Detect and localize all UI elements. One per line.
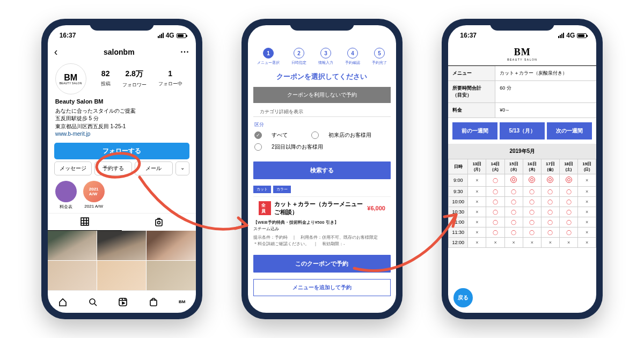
step-5: 5予約完了: [372, 48, 387, 65]
search-button[interactable]: 検索する: [253, 161, 391, 179]
post-thumb[interactable]: [48, 231, 97, 260]
follow-button[interactable]: フォローする: [54, 143, 189, 159]
bio: Beauty Salon BM あなたに合ったスタイルのご提案 五反田駅徒歩 5…: [48, 97, 196, 139]
stat-posts[interactable]: 82投稿: [101, 69, 111, 89]
slot-available[interactable]: ◯: [486, 187, 504, 197]
skip-coupon-button[interactable]: クーポンを利用しないで予約: [253, 87, 391, 103]
profile-nav-icon[interactable]: BM: [179, 299, 185, 304]
slot-available[interactable]: ◯: [523, 227, 541, 238]
status-time: 16:37: [60, 32, 76, 39]
post-thumb[interactable]: [147, 231, 195, 260]
phone-coupon: 1メニュー選択2日時指定3情報入力4予約確認5予約完了 クーポンを選択してくださ…: [241, 19, 402, 319]
tab-grid[interactable]: [48, 214, 122, 231]
more-icon[interactable]: ···: [180, 47, 189, 57]
stat-followers[interactable]: 2.8万フォロワー: [122, 69, 147, 89]
slot-available[interactable]: ◯: [523, 197, 541, 207]
slot-unavailable: ×: [468, 174, 486, 187]
slot-available[interactable]: ◯: [504, 207, 523, 217]
slot-available[interactable]: ◯: [560, 207, 578, 217]
section-label: 区分: [248, 120, 396, 129]
slot-available[interactable]: [504, 174, 523, 187]
availability-table: 日時13日(月)14日(火)15日(水)16日(木)17日(金)18日(土)19…: [448, 159, 596, 248]
search-icon[interactable]: [88, 297, 98, 307]
email-button[interactable]: メール: [135, 161, 172, 175]
post-thumb[interactable]: [48, 261, 97, 290]
message-button[interactable]: メッセージ: [54, 161, 92, 175]
profile-username: salonbm: [63, 48, 175, 56]
coupon-price: ¥6,000: [367, 205, 385, 211]
slot-available[interactable]: ◯: [504, 217, 523, 227]
slot-available[interactable]: ◯: [486, 207, 504, 217]
slot-available[interactable]: ◯: [486, 217, 504, 227]
slot-available[interactable]: ◯: [541, 227, 559, 238]
slot-available[interactable]: ◯: [504, 197, 523, 207]
slot-available[interactable]: ◯: [560, 217, 578, 227]
radio-repeat[interactable]: [254, 143, 262, 151]
slot-available[interactable]: ◯: [486, 174, 504, 187]
slot-available[interactable]: ◯: [504, 227, 523, 238]
slot-available[interactable]: ◯: [560, 187, 578, 197]
highlight-icon: 2021A/W: [83, 181, 105, 202]
slot-available[interactable]: ◯: [486, 227, 504, 238]
phone-notch: [90, 19, 154, 31]
avatar[interactable]: BMBEAUTY SALON: [55, 63, 86, 94]
highlight-icon: [55, 181, 77, 202]
tab-tagged[interactable]: [122, 214, 196, 231]
radio-all[interactable]: [254, 131, 262, 139]
svg-rect-1: [156, 219, 162, 226]
slot-available[interactable]: ◯: [541, 207, 559, 217]
svg-point-2: [157, 222, 160, 224]
slot-available[interactable]: ◯: [541, 187, 559, 197]
coupon-name: カット＋カラー（カラーメニューご相談）: [274, 200, 364, 216]
reels-icon[interactable]: [118, 297, 128, 307]
grid-icon: [80, 217, 90, 226]
battery-icon: [577, 33, 587, 38]
slot-available[interactable]: [523, 174, 541, 187]
slot-unavailable: ×: [578, 174, 596, 187]
slot-available[interactable]: [560, 174, 578, 187]
post-thumb[interactable]: [147, 261, 195, 290]
profile-link[interactable]: www.b-merit.jp: [55, 131, 91, 137]
shop-icon[interactable]: [149, 297, 158, 307]
category-detail-link[interactable]: カテゴリ詳細を表示: [253, 107, 391, 117]
current-date[interactable]: 5/13（月）: [500, 122, 545, 139]
suggestions-button[interactable]: ⌄: [175, 161, 189, 175]
step-1: 1メニュー選択: [257, 48, 280, 65]
back-icon[interactable]: ‹: [54, 46, 58, 58]
slot-available[interactable]: ◯: [504, 187, 523, 197]
radio-first[interactable]: [311, 131, 319, 139]
tag-cut: カット: [253, 186, 271, 193]
back-button[interactable]: 戻る: [453, 288, 473, 307]
slot-unavailable: ×: [541, 238, 559, 248]
profile-name: Beauty Salon BM: [55, 98, 188, 106]
slot-unavailable: ×: [578, 217, 596, 227]
add-menu-button[interactable]: メニューを追加して予約: [253, 279, 391, 296]
slot-available[interactable]: ◯: [541, 197, 559, 207]
prev-week-button[interactable]: 前の一週間: [452, 122, 497, 139]
post-thumb[interactable]: [97, 231, 146, 260]
slot-available[interactable]: ◯: [523, 217, 541, 227]
slot-unavailable: ×: [468, 197, 486, 207]
phone-notch: [490, 19, 554, 31]
use-coupon-button[interactable]: このクーポンで予約: [253, 255, 391, 273]
highlight-2[interactable]: 2021A/W2021 A/W: [83, 181, 105, 210]
slot-available[interactable]: ◯: [560, 197, 578, 207]
coupon-title: クーポンを選択してください: [248, 68, 396, 86]
home-icon[interactable]: [58, 297, 68, 307]
post-thumb[interactable]: [97, 261, 146, 290]
svg-point-3: [90, 299, 95, 304]
stat-following[interactable]: 1フォロー中: [158, 69, 182, 89]
slot-available[interactable]: ◯: [541, 217, 559, 227]
next-week-button[interactable]: 次の一週間: [547, 122, 592, 139]
highlight-1[interactable]: 料金表: [55, 181, 77, 210]
slot-available[interactable]: ◯: [560, 227, 578, 238]
slot-unavailable: ×: [578, 207, 596, 217]
slot-available[interactable]: ◯: [523, 207, 541, 217]
phone-calendar: 16:37 4G BMBEAUTY SALON メニューカット＋カラー（炭酸泉付…: [442, 19, 603, 319]
slot-available[interactable]: [541, 174, 559, 187]
phone-instagram: 16:37 4G ‹ salonbm ··· BMBEAUTY SALON: [41, 19, 202, 319]
slot-available[interactable]: ◯: [486, 197, 504, 207]
slot-unavailable: ×: [468, 238, 486, 248]
slot-available[interactable]: ◯: [523, 187, 541, 197]
book-button[interactable]: 予約する: [94, 161, 132, 175]
